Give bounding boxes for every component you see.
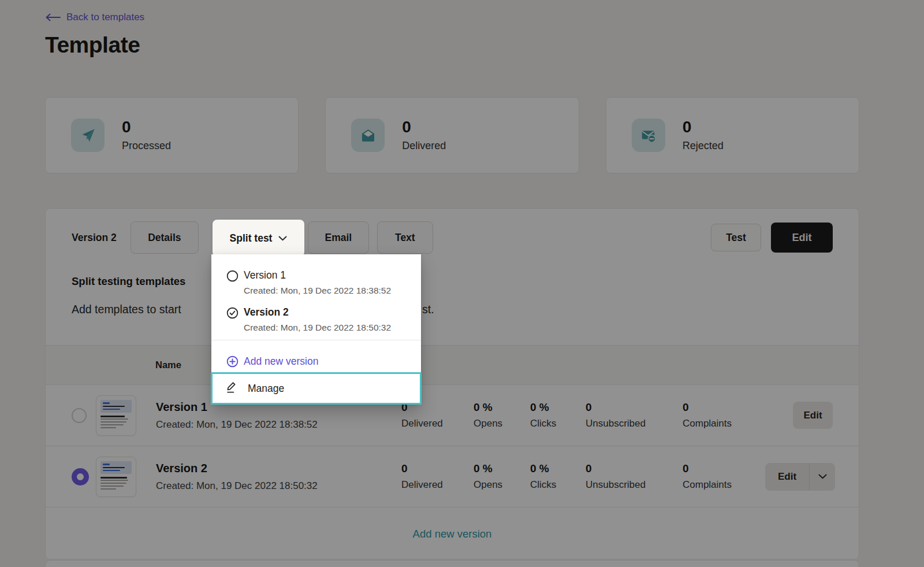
dropdown-item-manage[interactable]: Manage — [211, 372, 422, 405]
radio-circle-icon — [226, 270, 239, 284]
check-circle-icon — [226, 307, 239, 321]
dropdown-item-add-new-version[interactable]: Add new version — [211, 350, 421, 373]
page: Back to templates Template 0 Processed — [0, 0, 924, 567]
split-test-tab-label: Split test — [230, 232, 273, 244]
dropdown-manage-label: Manage — [248, 383, 284, 395]
tab-split-test[interactable]: Split test — [213, 220, 304, 257]
pencil-icon — [226, 381, 237, 396]
dropdown-version-created: Created: Mon, 19 Dec 2022 18:38:52 — [244, 286, 421, 296]
dropdown-version-label: Version 1 — [244, 269, 421, 281]
split-test-version-dropdown: Version 1 Created: Mon, 19 Dec 2022 18:3… — [211, 254, 421, 405]
chevron-down-icon — [278, 236, 287, 241]
dropdown-version-created: Created: Mon, 19 Dec 2022 18:50:32 — [244, 323, 421, 333]
dropdown-item-version-2[interactable]: Version 2 Created: Mon, 19 Dec 2022 18:5… — [211, 306, 421, 333]
dropdown-divider — [211, 340, 421, 340]
plus-circle-icon — [226, 355, 239, 370]
dropdown-item-version-1[interactable]: Version 1 Created: Mon, 19 Dec 2022 18:3… — [211, 269, 421, 296]
dropdown-add-new-version-label: Add new version — [244, 350, 421, 368]
dim-overlay — [0, 0, 924, 567]
dropdown-version-label: Version 2 — [244, 306, 421, 318]
